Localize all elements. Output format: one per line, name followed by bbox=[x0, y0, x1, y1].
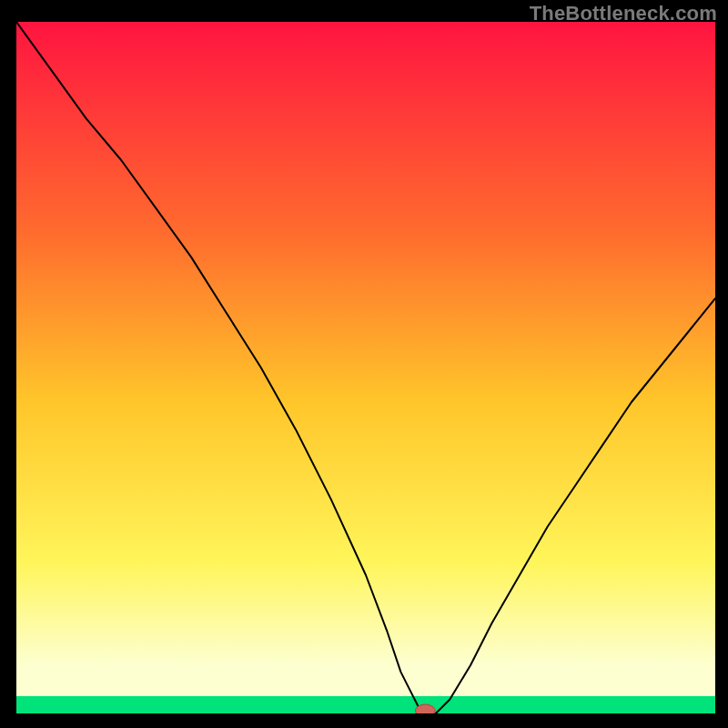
bottleneck-chart bbox=[16, 22, 715, 713]
gradient-background bbox=[16, 22, 715, 713]
green-band bbox=[16, 696, 715, 713]
chart-container: { "watermark": "TheBottleneck.com", "col… bbox=[0, 0, 728, 728]
watermark-text: TheBottleneck.com bbox=[530, 2, 717, 25]
minimum-marker bbox=[416, 704, 436, 713]
